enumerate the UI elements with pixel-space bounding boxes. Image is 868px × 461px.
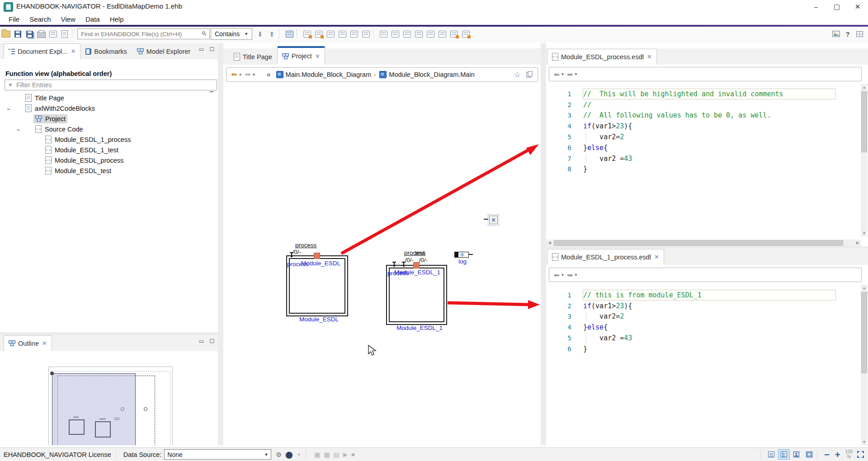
- tree-item-title-page[interactable]: Title Page: [0, 93, 218, 103]
- minimize-view-icon[interactable]: ▭: [199, 339, 204, 344]
- tab-outline[interactable]: Outline ✕: [4, 335, 52, 351]
- scroll-up-icon[interactable]: ▲: [861, 285, 868, 291]
- clock-icon[interactable]: ◔: [297, 452, 300, 458]
- tab-document-expl-[interactable]: Document Expl...✕: [4, 43, 80, 59]
- scroll-down-icon[interactable]: ▼: [861, 230, 868, 236]
- close-icon[interactable]: ✕: [654, 254, 659, 260]
- expand-diagram-icon[interactable]: [325, 28, 336, 39]
- help-icon[interactable]: ?: [842, 28, 853, 39]
- star-icon[interactable]: ☆: [514, 70, 521, 80]
- minimize-view-icon[interactable]: ▭: [199, 47, 204, 52]
- measure-c-icon[interactable]: ▤: [334, 452, 340, 458]
- vertical-scrollbar[interactable]: ▲ ▼: [861, 84, 868, 236]
- print-icon[interactable]: [36, 28, 47, 39]
- menu-data[interactable]: Data: [80, 14, 105, 24]
- close-icon[interactable]: ✕: [42, 340, 47, 347]
- contains-dropdown[interactable]: Contains ▼: [211, 28, 252, 40]
- tree-item-project[interactable]: Project: [0, 113, 218, 124]
- group-icon[interactable]: [378, 28, 389, 39]
- measure-a-icon[interactable]: ▦: [314, 452, 320, 458]
- stop-icon[interactable]: ■: [351, 452, 355, 457]
- menu-file[interactable]: File: [4, 14, 24, 24]
- close-icon[interactable]: ✕: [71, 48, 75, 55]
- scissors-icon[interactable]: [413, 28, 424, 39]
- sphere-icon[interactable]: ⬤: [285, 451, 293, 458]
- tree-item[interactable]: <·>Module_ESDL_1_process: [43, 135, 132, 144]
- tree-item-selected[interactable]: Project: [33, 114, 67, 123]
- export-icon[interactable]: [47, 28, 58, 39]
- sash-left[interactable]: [218, 43, 223, 445]
- view-document-button[interactable]: [765, 449, 777, 460]
- minimize-button[interactable]: –: [806, 0, 826, 13]
- code-line-3[interactable]: 3 var2=2: [546, 311, 857, 322]
- new-document-icon[interactable]: [59, 28, 70, 39]
- save-all-icon[interactable]: [24, 28, 35, 39]
- diagram-canvas[interactable]: process /0/- process Module_ESDL Module_…: [223, 82, 541, 445]
- tree-item[interactable]: <·>Module_ESDL_1_test: [43, 145, 120, 155]
- view-split-button[interactable]: [778, 449, 790, 460]
- image-icon[interactable]: [830, 28, 841, 39]
- close-icon[interactable]: ✕: [315, 53, 320, 60]
- forward-arrow-icon[interactable]: ➡︎: [245, 71, 250, 78]
- scrollbar-thumb[interactable]: [554, 240, 843, 246]
- tree-item-source-code[interactable]: ⌄<·>Source Code: [0, 124, 218, 134]
- forward-history-dropdown-icon[interactable]: ▼: [252, 73, 256, 77]
- open-folder-icon[interactable]: [0, 28, 11, 39]
- tab-module-esdl-process-esdl[interactable]: <·>Module_ESDL_process.esdl✕: [547, 49, 657, 65]
- view-presenter-button[interactable]: [791, 449, 802, 460]
- code-line-1[interactable]: 1// this is from module_ESDL_1: [546, 290, 857, 301]
- tab-project[interactable]: Project✕: [277, 46, 325, 65]
- navigate-up-icon[interactable]: ⬆︎: [266, 28, 277, 39]
- outline-handle[interactable]: [50, 372, 54, 375]
- tab-title-page[interactable]: Title Page: [229, 49, 277, 65]
- code-line-8[interactable]: 8}: [546, 164, 857, 175]
- code-bottom-lines[interactable]: 1// this is from module_ESDL_12if(var1>2…: [546, 290, 857, 354]
- tree-item[interactable]: axlWith2CodeBlocks: [24, 103, 97, 113]
- scrollbar-thumb[interactable]: [861, 292, 867, 373]
- tree-item[interactable]: <·>Source Code: [33, 124, 85, 134]
- table-view-icon[interactable]: [360, 28, 371, 39]
- code-line-4[interactable]: 4}else{: [546, 322, 857, 333]
- tree-item-module-esdl-test[interactable]: <·>Module_ESDL_test: [0, 165, 218, 176]
- expander-chevron-icon[interactable]: ⌄: [15, 126, 21, 132]
- forward-history-dropdown-icon[interactable]: ▼: [574, 273, 578, 277]
- forward-arrow-icon[interactable]: ➡︎: [567, 71, 573, 78]
- tree-item-module-esdl-1-process[interactable]: <·>Module_ESDL_1_process: [0, 134, 218, 145]
- maximize-view-icon[interactable]: ☐: [209, 339, 214, 344]
- data-source-select[interactable]: None ▼: [164, 449, 271, 460]
- back-history-dropdown-icon[interactable]: ▼: [238, 73, 242, 77]
- scroll-right-icon[interactable]: ▶: [854, 240, 861, 246]
- maximize-view-icon[interactable]: ☐: [209, 47, 214, 52]
- back-arrow-icon[interactable]: ⬅︎: [231, 71, 237, 78]
- menu-search[interactable]: Search: [24, 14, 56, 24]
- new-folder-icon[interactable]: [313, 28, 324, 39]
- detach-icon[interactable]: [401, 28, 412, 39]
- fit-screen-icon[interactable]: [857, 451, 864, 458]
- save-icon[interactable]: [12, 28, 23, 39]
- tree-item-axlwith2codeblocks[interactable]: ⌄axlWith2CodeBlocks: [0, 103, 218, 113]
- tree-item[interactable]: Title Page: [24, 93, 66, 103]
- back-history-dropdown-icon[interactable]: ▼: [561, 72, 565, 76]
- breadcrumb-item[interactable]: Module_Block_Diagram.Main: [378, 71, 474, 78]
- code-line-6[interactable]: 6}: [546, 343, 857, 354]
- outline-thumbnail[interactable]: [0, 350, 218, 445]
- code-line-4[interactable]: 4if(var1>23){: [546, 121, 857, 132]
- vertical-scrollbar[interactable]: ▲ ▼: [861, 285, 868, 445]
- code-line-3[interactable]: 3// All following values has to be 0, as…: [546, 110, 857, 121]
- ungroup-icon[interactable]: [390, 28, 401, 39]
- scrollbar-thumb[interactable]: [861, 91, 867, 152]
- back-arrow-icon[interactable]: ⬅︎: [554, 71, 560, 78]
- block1-port-marker[interactable]: [314, 253, 320, 259]
- forward-history-dropdown-icon[interactable]: ▼: [574, 72, 578, 76]
- code-line-7[interactable]: 7 var2 =43: [546, 153, 857, 164]
- zoom-in-button[interactable]: +: [835, 450, 840, 459]
- outline-viewport-overlay[interactable]: [52, 373, 136, 445]
- zoom-level[interactable]: 100%: [845, 450, 853, 459]
- breadcrumb-item[interactable]: Main.Module_Block_Diagram: [275, 71, 371, 78]
- block2-port-marker[interactable]: [413, 262, 420, 268]
- view-model-button[interactable]: [803, 449, 815, 460]
- back-history-dropdown-icon[interactable]: ▼: [561, 273, 565, 277]
- tab-bookmarks[interactable]: Bookmarks: [80, 43, 132, 59]
- copy-icon[interactable]: [526, 71, 533, 78]
- sash-code[interactable]: [546, 246, 868, 249]
